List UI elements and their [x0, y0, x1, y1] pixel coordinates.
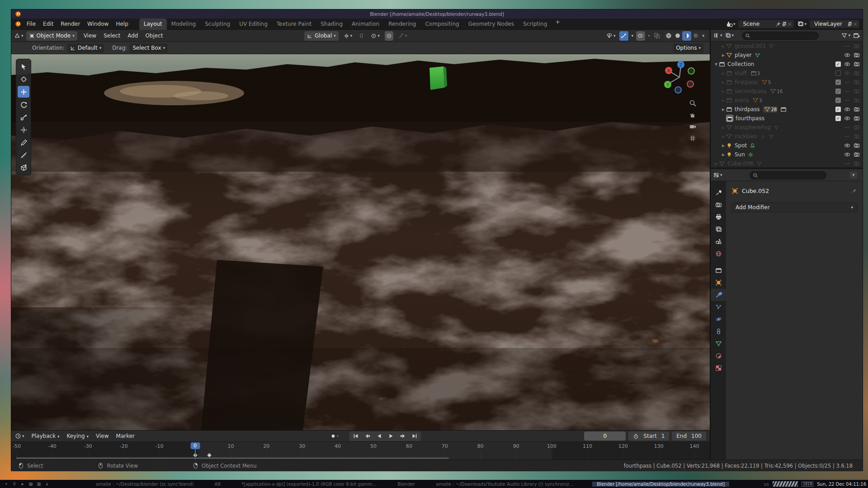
- expand-arrow[interactable]: ▶: [721, 53, 726, 57]
- outliner-row-player[interactable]: ▶player: [711, 51, 863, 60]
- pin-icon[interactable]: [851, 188, 857, 194]
- pivot-point-dropdown[interactable]: ▾: [342, 31, 354, 41]
- expand-arrow[interactable]: ▶: [721, 126, 726, 130]
- viewport-menu-add[interactable]: Add: [124, 33, 142, 39]
- outliner-row-icospherefog[interactable]: ▶IcosphereFog: [711, 123, 863, 132]
- expand-arrow[interactable]: ▶: [721, 89, 726, 94]
- taskbar-window-5[interactable]: Blender [/home/amalie/Desktop/blender/ru…: [592, 482, 729, 487]
- outliner-search[interactable]: [742, 32, 819, 40]
- tool-scale[interactable]: [18, 111, 29, 123]
- outliner-row-collection[interactable]: ▼Collection✓: [711, 60, 863, 69]
- taskbar-launcher-4[interactable]: ▥: [35, 482, 42, 486]
- outliner-row-spot[interactable]: ▶Spot: [711, 141, 863, 150]
- tool-transform[interactable]: [18, 124, 29, 136]
- taskbar-launcher-5[interactable]: ↓: [43, 482, 51, 486]
- properties-tab-modifiers[interactable]: [711, 289, 726, 301]
- viewport-pan-icon[interactable]: [689, 111, 696, 118]
- outliner-row-thirdpass[interactable]: ▶thirdpass28✓: [711, 105, 863, 114]
- taskbar-launcher-0[interactable]: •: [3, 482, 10, 486]
- tab-animation[interactable]: Animation: [347, 19, 384, 30]
- tab-rendering[interactable]: Rendering: [384, 19, 420, 30]
- selectability-dropdown[interactable]: ▾: [605, 31, 617, 41]
- end-frame-field[interactable]: End 100: [672, 432, 706, 441]
- editor-type-dropdown[interactable]: ▾: [14, 33, 24, 39]
- expand-arrow[interactable]: ▼: [713, 62, 719, 66]
- expand-arrow[interactable]: ▶: [721, 153, 726, 157]
- tool-move[interactable]: [18, 86, 29, 98]
- shading-dropdown[interactable]: ▾: [700, 34, 706, 38]
- play-button[interactable]: [386, 432, 396, 441]
- current-frame-field[interactable]: 0: [584, 432, 626, 441]
- tab-compositing[interactable]: Compositing: [420, 19, 463, 30]
- tool-rotate[interactable]: [18, 99, 29, 110]
- hide-viewport-toggle[interactable]: [844, 115, 850, 122]
- disable-render-toggle[interactable]: [854, 142, 860, 149]
- properties-editor-dropdown[interactable]: ▾: [713, 172, 722, 178]
- tab-modeling[interactable]: Modeling: [167, 19, 201, 30]
- navigation-gizmo[interactable]: Z X Y: [661, 59, 698, 96]
- hide-viewport-toggle[interactable]: [844, 88, 850, 94]
- new-workspace-button[interactable]: +: [552, 19, 564, 30]
- disable-render-toggle[interactable]: [854, 43, 860, 49]
- timeline-menu-keying[interactable]: Keying ▾: [63, 433, 92, 439]
- taskbar-launcher-3[interactable]: ▤: [27, 482, 34, 486]
- tool-annotate[interactable]: [18, 136, 29, 148]
- exclude-checkbox[interactable]: ✓: [835, 116, 841, 121]
- overlays-dropdown[interactable]: ▾: [648, 34, 650, 38]
- viewport-3d[interactable]: Z X Y: [11, 54, 710, 430]
- hide-viewport-toggle[interactable]: [844, 79, 850, 85]
- viewport-zoom-icon[interactable]: [689, 99, 696, 107]
- taskbar-launcher-1[interactable]: ⠿: [11, 482, 18, 486]
- viewport-menu-select[interactable]: Select: [100, 33, 124, 39]
- disable-render-toggle[interactable]: [854, 70, 860, 76]
- viewlayer-browse-icon[interactable]: ▾: [797, 21, 807, 28]
- properties-tab-collection[interactable]: [711, 264, 726, 277]
- taskbar-window-4[interactable]: amalie : ~/Downloads/Youtube Audio Libra…: [431, 482, 580, 487]
- tool-cursor[interactable]: [18, 73, 29, 85]
- shading-rendered-button[interactable]: [691, 31, 700, 41]
- properties-tab-tool[interactable]: [711, 187, 726, 199]
- exclude-checkbox[interactable]: ✓: [835, 61, 841, 67]
- expand-arrow[interactable]: ▶: [721, 144, 726, 148]
- new-collection-button[interactable]: [853, 32, 860, 39]
- properties-search[interactable]: [750, 171, 826, 179]
- hide-viewport-toggle[interactable]: [844, 124, 850, 131]
- exclude-checkbox[interactable]: ✓: [835, 89, 841, 94]
- add-modifier-dropdown[interactable]: Add Modifier ▾: [731, 202, 857, 212]
- hide-viewport-toggle[interactable]: [844, 52, 850, 58]
- hide-viewport-toggle[interactable]: [844, 142, 850, 149]
- properties-tab-object[interactable]: [711, 277, 726, 289]
- outliner-display-mode-dropdown[interactable]: ▾: [725, 33, 734, 38]
- properties-tab-render[interactable]: [711, 199, 726, 211]
- tool-select-box[interactable]: [18, 61, 29, 72]
- properties-tab-view-layer[interactable]: [711, 223, 726, 235]
- options-dropdown[interactable]: Options ▾: [673, 43, 703, 53]
- disable-render-toggle[interactable]: [854, 160, 860, 167]
- timeline-editor-dropdown[interactable]: ▾: [15, 433, 24, 439]
- disable-render-toggle[interactable]: [854, 151, 860, 158]
- disable-render-toggle[interactable]: [854, 88, 860, 94]
- outliner-row-firstpass[interactable]: ▶firstpass5✓: [711, 78, 863, 87]
- outliner-row-rockgeo[interactable]: ▶rockGeo: [711, 132, 863, 141]
- start-frame-field[interactable]: Start 1: [628, 432, 669, 441]
- blender-menu-icon[interactable]: [15, 21, 21, 27]
- hide-viewport-toggle[interactable]: [844, 160, 850, 167]
- exclude-checkbox[interactable]: [835, 70, 841, 76]
- hide-viewport-toggle[interactable]: [844, 151, 850, 158]
- keyboard-layout[interactable]: us: [764, 482, 769, 487]
- outliner-row-stuff[interactable]: ▶stuff3: [711, 69, 863, 78]
- pin-icon[interactable]: [775, 21, 781, 27]
- expand-arrow[interactable]: ▶: [721, 135, 726, 139]
- scene-browse-icon[interactable]: ▾: [726, 21, 736, 28]
- menu-window[interactable]: Window: [84, 19, 112, 30]
- shading-solid-button[interactable]: [673, 31, 682, 41]
- keyframe-next-button[interactable]: [397, 432, 408, 441]
- tool-measure[interactable]: [18, 149, 29, 161]
- snap-toggle[interactable]: [357, 31, 366, 41]
- properties-tab-world[interactable]: [711, 248, 726, 260]
- keyframe-prev-button[interactable]: [362, 432, 373, 441]
- drag-dropdown[interactable]: Select Box ▾: [130, 43, 168, 53]
- disable-render-toggle[interactable]: [854, 106, 860, 113]
- viewlayer-selector[interactable]: ViewLayer: [809, 19, 860, 28]
- viewport-menu-object[interactable]: Object: [142, 33, 166, 39]
